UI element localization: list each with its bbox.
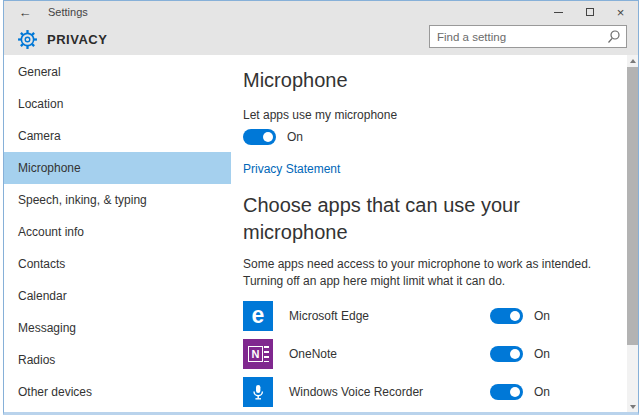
- sidebar-item-label: Speech, inking, & typing: [18, 193, 147, 207]
- sidebar-item-general[interactable]: General: [4, 56, 231, 88]
- sidebar-item-account-info[interactable]: Account info: [4, 216, 231, 248]
- page-header: PRIVACY: [4, 23, 638, 55]
- sidebar-item-other-devices[interactable]: Other devices: [4, 376, 231, 408]
- app-glyph: e: [252, 304, 265, 327]
- sidebar-item-label: Location: [18, 97, 63, 111]
- top-zone: ← Settings ×: [4, 1, 638, 55]
- maximize-icon: [586, 8, 594, 16]
- app-name: Microsoft Edge: [289, 309, 369, 323]
- app-glyph: N: [248, 346, 264, 362]
- app-toggle[interactable]: [490, 308, 523, 324]
- window-controls: ×: [543, 1, 636, 23]
- app-row: e Microsoft Edge On: [243, 301, 628, 331]
- scroll-up-arrow-icon[interactable]: [627, 55, 638, 66]
- sidebar-item-label: Calendar: [18, 289, 67, 303]
- minimize-icon: [554, 12, 563, 13]
- gear-icon: [17, 29, 38, 50]
- sidebar-item-label: Radios: [18, 353, 55, 367]
- main-content: Microphone Let apps use my microphone On…: [231, 55, 638, 412]
- sidebar-item-calendar[interactable]: Calendar: [4, 280, 231, 312]
- app-toggle[interactable]: [490, 346, 523, 362]
- sidebar-item-label: General: [18, 65, 61, 79]
- back-button[interactable]: ←: [10, 5, 40, 20]
- search-box: [429, 25, 627, 48]
- scrollbar[interactable]: [627, 55, 638, 412]
- body: General Location Camera Microphone Speec…: [4, 55, 638, 412]
- microphone-icon: [251, 384, 265, 401]
- window-title: Settings: [48, 6, 88, 18]
- sidebar-list: General Location Camera Microphone Speec…: [4, 55, 231, 412]
- toggle-knob: [510, 349, 520, 359]
- app-toggle-state: On: [534, 347, 550, 361]
- sidebar-item-contacts[interactable]: Contacts: [4, 248, 231, 280]
- sidebar-item-label: Camera: [18, 129, 61, 143]
- sidebar-item-label: Other devices: [18, 385, 92, 399]
- maximize-button[interactable]: [574, 1, 605, 23]
- toggle-knob: [510, 311, 520, 321]
- toggle-knob: [263, 132, 273, 142]
- search-input[interactable]: [430, 31, 605, 43]
- master-toggle-label: Let apps use my microphone: [243, 108, 638, 122]
- app-icon: [243, 377, 273, 407]
- app-icon: e: [243, 301, 273, 331]
- scroll-down-arrow-icon[interactable]: [627, 401, 638, 412]
- app-row: N OneNote On: [243, 339, 628, 369]
- minimize-button[interactable]: [543, 1, 574, 23]
- title-bar: ← Settings ×: [4, 1, 638, 23]
- sidebar-item-location[interactable]: Location: [4, 88, 231, 120]
- app-row: Windows Voice Recorder On: [243, 377, 628, 407]
- master-toggle-state: On: [287, 130, 303, 144]
- app-name: Windows Voice Recorder: [289, 385, 423, 399]
- sidebar-item-label: Microphone: [18, 161, 81, 175]
- section-title: Microphone: [243, 69, 638, 92]
- master-toggle-row: On: [243, 129, 638, 145]
- apps-section-description: Some apps need access to your microphone…: [243, 256, 625, 290]
- app-list: e Microsoft Edge On N OneNote: [243, 301, 638, 412]
- privacy-statement-link[interactable]: Privacy Statement: [243, 162, 340, 176]
- app-icon: N: [243, 339, 273, 369]
- close-icon: ×: [617, 6, 625, 19]
- apps-section-title: Choose apps that can use your microphone: [243, 192, 573, 246]
- sidebar-item-label: Messaging: [18, 321, 76, 335]
- sidebar-item-label: Contacts: [18, 257, 65, 271]
- sidebar-item-microphone[interactable]: Microphone: [4, 152, 231, 184]
- app-toggle-state: On: [534, 309, 550, 323]
- sidebar-item-camera[interactable]: Camera: [4, 120, 231, 152]
- scrollbar-thumb[interactable]: [627, 67, 638, 345]
- app-toggle-state: On: [534, 385, 550, 399]
- sidebar-item-speech-inking-typing[interactable]: Speech, inking, & typing: [4, 184, 231, 216]
- app-name: OneNote: [289, 347, 337, 361]
- search-icon[interactable]: [605, 29, 623, 45]
- settings-window: ← Settings ×: [3, 0, 639, 415]
- sidebar-item-messaging[interactable]: Messaging: [4, 312, 231, 344]
- page-title: PRIVACY: [47, 32, 107, 47]
- master-toggle[interactable]: [243, 129, 276, 145]
- toggle-knob: [510, 387, 520, 397]
- sidebar-item-radios[interactable]: Radios: [4, 344, 231, 376]
- app-toggle[interactable]: [490, 384, 523, 400]
- close-button[interactable]: ×: [605, 1, 636, 23]
- sidebar-item-label: Account info: [18, 225, 84, 239]
